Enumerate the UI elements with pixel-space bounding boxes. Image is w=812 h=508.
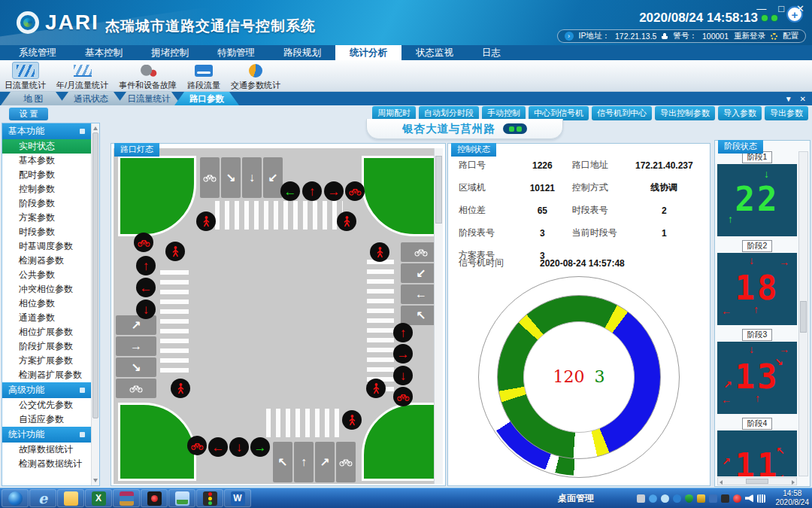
sidebar-scrollbar[interactable]: [91, 123, 99, 485]
action-button[interactable]: 导出控制参数: [655, 106, 715, 120]
tray-icon[interactable]: [649, 494, 657, 503]
menu-item[interactable]: 基本控制: [71, 45, 137, 60]
tab[interactable]: 地 图: [1, 92, 65, 105]
close-tab-icon[interactable]: ✕: [800, 95, 806, 103]
stage-horizontal-scrollbar[interactable]: [717, 477, 797, 485]
sidebar-item[interactable]: 基本参数: [2, 154, 91, 168]
online-toggle[interactable]: [503, 123, 527, 134]
tab[interactable]: 日流量统计: [117, 92, 181, 105]
sidebar-item[interactable]: 公共参数: [2, 268, 91, 282]
scroll-down-icon[interactable]: [93, 479, 98, 482]
tray-icon[interactable]: [709, 494, 717, 503]
sidebar-item[interactable]: 阶段扩展参数: [2, 339, 91, 354]
signal-light: →: [393, 344, 413, 364]
sidebar-item[interactable]: 检测器参数: [2, 254, 91, 268]
control-field: 区域机 10121: [459, 181, 572, 194]
tray-icon[interactable]: [673, 494, 681, 503]
desktop-manager-label[interactable]: 桌面管理: [558, 492, 594, 505]
sidebar-item[interactable]: 相位参数: [2, 297, 91, 311]
tray-icon[interactable]: [757, 494, 765, 503]
scroll-up-icon[interactable]: [93, 126, 98, 130]
control-field: 当前时段号 1: [572, 227, 702, 239]
sidebar-item[interactable]: 方案扩展参数: [2, 354, 91, 368]
sidebar-item[interactable]: 通道参数: [2, 311, 91, 325]
taskbar-app[interactable]: W: [224, 489, 251, 507]
tray-icon[interactable]: [721, 494, 729, 503]
taskbar-app[interactable]: [2, 489, 29, 507]
close-button[interactable]: ✕: [796, 3, 804, 14]
toolbar-button[interactable]: 交通参数统计: [231, 62, 280, 91]
menu-item[interactable]: 系统管理: [5, 45, 71, 60]
status-dot-icon: [771, 15, 777, 21]
toolbar-button[interactable]: 事件和设备故障: [119, 62, 177, 91]
sidebar-item[interactable]: 实时状态: [2, 139, 91, 154]
bicycle-icon: [397, 391, 410, 403]
sidebar-item[interactable]: 方案参数: [2, 211, 91, 225]
action-button[interactable]: 导入参数: [718, 106, 762, 120]
taskbar-app[interactable]: [196, 489, 223, 507]
tab[interactable]: 路口参数: [174, 92, 239, 105]
sidebar-item[interactable]: 冲突相位参数: [2, 282, 91, 297]
taskbar-app[interactable]: [113, 489, 140, 507]
scrollbar-thumb[interactable]: [746, 479, 768, 484]
toolbar-button[interactable]: 日流量统计: [5, 62, 46, 91]
scrollbar-thumb[interactable]: [435, 156, 442, 224]
stage-group: 阶段4 11 ↗↖↙: [717, 418, 797, 476]
action-button[interactable]: 导出参数: [765, 106, 808, 120]
tray-icon[interactable]: [745, 494, 753, 503]
sidebar-item[interactable]: 自适应参数: [2, 412, 91, 427]
intersection-scrollbar[interactable]: [434, 148, 443, 484]
scrollbar-thumb[interactable]: [800, 301, 807, 333]
tray-icon[interactable]: [697, 494, 705, 503]
minimize-button[interactable]: —: [756, 3, 766, 14]
toolbar-button[interactable]: 年/月流量统计: [56, 62, 108, 91]
taskbar-app[interactable]: [57, 489, 84, 507]
relogin-button[interactable]: 重新登录: [734, 31, 765, 41]
sidebar-item[interactable]: 阶段参数: [2, 196, 91, 211]
tray-icon[interactable]: [661, 494, 669, 503]
menu-item[interactable]: 拥堵控制: [137, 45, 203, 60]
taskbar-app[interactable]: e: [29, 489, 56, 507]
menu-item[interactable]: 特勤管理: [203, 45, 269, 60]
sidebar-item[interactable]: 检测器扩展参数: [2, 368, 91, 382]
sidebar-item[interactable]: 时段参数: [2, 225, 91, 239]
config-button[interactable]: 配置: [783, 31, 798, 41]
taskbar-clock[interactable]: 14:58 2020/8/24: [776, 489, 810, 508]
scrollbar-thumb[interactable]: [92, 132, 98, 418]
sidebar-item-label: 时段参数: [19, 226, 55, 239]
tray-icon[interactable]: [637, 494, 645, 503]
scroll-right-icon[interactable]: [792, 480, 795, 485]
tray-icon[interactable]: [733, 494, 741, 503]
sidebar-item-label: 配时参数: [19, 169, 55, 181]
menu-item[interactable]: 日志: [468, 45, 515, 60]
sidebar-item[interactable]: 相位扩展参数: [2, 325, 91, 339]
sidebar-item[interactable]: 配时参数: [2, 168, 91, 182]
sidebar-item[interactable]: 时基调度参数: [2, 239, 91, 254]
toolbar-button[interactable]: 路段流量: [187, 62, 220, 91]
sidebar-item[interactable]: 基本功能: [2, 123, 91, 139]
settings-button[interactable]: 设 置: [9, 108, 48, 120]
signal-light: [165, 242, 185, 261]
sidebar-item[interactable]: 检测器数据统计: [2, 457, 91, 471]
sidebar-item[interactable]: 控制参数: [2, 182, 91, 196]
app-icon: X: [92, 491, 106, 506]
collapse-icon[interactable]: ▼: [785, 95, 792, 103]
sidebar-item[interactable]: 高级功能: [2, 382, 91, 398]
taskbar-app[interactable]: X: [85, 489, 112, 507]
taskbar-app[interactable]: [141, 489, 168, 507]
chevron-icon[interactable]: ›: [565, 32, 574, 41]
sidebar-item[interactable]: 公交优先参数: [2, 398, 91, 412]
scroll-left-icon[interactable]: [720, 480, 723, 485]
clock-time: 14:58: [776, 489, 810, 499]
tab[interactable]: 通讯状态: [59, 92, 123, 105]
sidebar-item[interactable]: 统计功能: [2, 427, 91, 443]
maximize-button[interactable]: □: [778, 3, 784, 14]
stage-vertical-scrollbar[interactable]: [798, 151, 808, 476]
tray-icon[interactable]: [685, 494, 693, 503]
action-button[interactable]: 信号机到中心: [592, 106, 652, 120]
taskbar-app[interactable]: [168, 489, 195, 507]
sidebar-item[interactable]: 故障数据统计: [2, 443, 91, 457]
menu-item[interactable]: 统计分析: [335, 45, 401, 60]
menu-item[interactable]: 路段规划: [269, 45, 335, 60]
menu-item[interactable]: 状态监视: [401, 45, 468, 60]
